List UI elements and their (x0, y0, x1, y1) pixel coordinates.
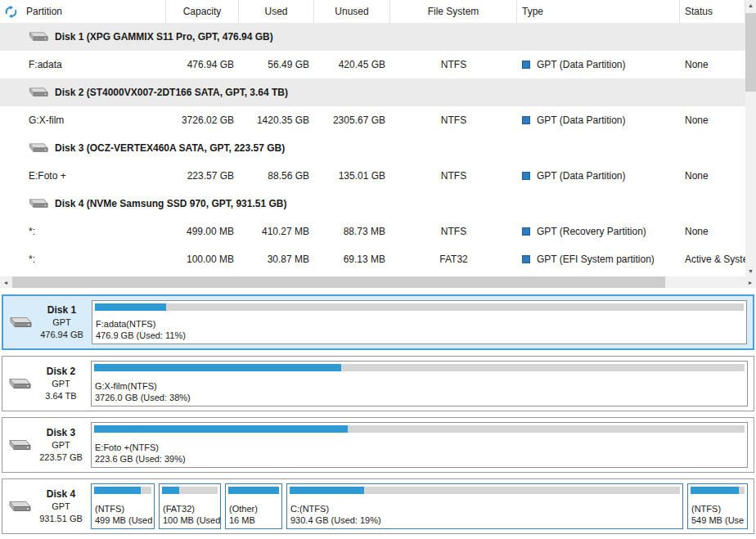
horizontal-scrollbar[interactable]: ◄ ► (0, 276, 756, 288)
column-label: Status (685, 6, 713, 17)
disk-size: 3.64 TB (33, 390, 89, 402)
partition-status: None (680, 106, 745, 134)
partition-type-label: GPT (Recovery Partition) (537, 226, 646, 237)
partition-row[interactable]: G:X-film 3726.02 GB 1420.35 GB 2305.67 G… (0, 106, 745, 134)
partition-block[interactable]: F:adata(NTFS) 476.9 GB (Used: 11%) (92, 300, 747, 344)
partition-capacity: 100.00 MB (166, 245, 239, 273)
partition-blocks: E:Foto +(NTFS) 223.6 GB (Used: 39%) (89, 418, 754, 472)
disk-label: Disk 1 (XPG GAMMIX S11 Pro, GPT, 476.94 … (55, 31, 273, 43)
column-header-unused[interactable]: Unused (314, 0, 390, 23)
partition-unused: 2305.67 GB (314, 106, 390, 134)
partition-block-size: 499 MB (Used (92, 514, 154, 526)
partition-type: GPT (EFI System partition) (517, 245, 680, 273)
horizontal-scrollbar-track[interactable] (11, 276, 745, 288)
partition-block-name: (Other) (226, 503, 281, 514)
disk-row[interactable]: Disk 4 (NVMe Samsung SSD 970, GPT, 931.5… (0, 190, 745, 218)
disk-row[interactable]: Disk 3 (OCZ-VERTEX460A SATA, GPT, 223.57… (0, 134, 745, 162)
scroll-left-arrow-icon[interactable]: ◄ (0, 276, 11, 288)
disk-panel-text: Disk 1 GPT 476.94 GB (34, 304, 90, 341)
partition-block-name: E:Foto +(NTFS) (92, 442, 747, 453)
column-header-partition[interactable]: Partition (0, 0, 166, 23)
partition-block-size: 223.6 GB (Used: 39%) (92, 453, 747, 465)
partition-row[interactable]: E:Foto + 223.57 GB 88.56 GB 135.01 GB NT… (0, 162, 745, 190)
refresh-icon[interactable] (4, 5, 18, 19)
partition-used: 56.49 GB (239, 51, 314, 79)
partition-block[interactable]: C:(NTFS) 930.4 GB (Used: 19%) (286, 483, 683, 529)
usage-bar-fill (95, 303, 166, 311)
disk-name: Disk 1 (34, 304, 90, 317)
partition-block[interactable]: E:Foto +(NTFS) 223.6 GB (Used: 39%) (91, 422, 748, 468)
usage-bar (228, 487, 279, 494)
partition-block-size: 549 MB (Use (688, 514, 747, 526)
column-header-filesystem[interactable]: File System (390, 0, 517, 23)
partition-row[interactable]: F:adata 476.94 GB 56.49 GB 420.45 GB NTF… (0, 51, 745, 79)
disk-panel[interactable]: Disk 4 GPT 931.51 GB (NTFS) 499 MB (Used… (2, 478, 754, 534)
partition-name: E:Foto + (0, 162, 166, 190)
disk-label: Disk 3 (OCZ-VERTEX460A SATA, GPT, 223.57… (55, 142, 285, 154)
partition-name: G:X-film (0, 106, 166, 134)
disk-panel-label: Disk 4 GPT 931.51 GB (2, 479, 89, 533)
table-body: Disk 1 (XPG GAMMIX S11 Pro, GPT, 476.94 … (0, 23, 745, 273)
disk-row[interactable]: Disk 2 (ST4000VX007-2DT166 SATA, GPT, 3.… (0, 79, 745, 106)
column-header-capacity[interactable]: Capacity (166, 0, 239, 23)
partition-block-name: F:adata(NTFS) (92, 318, 746, 330)
disk-panel[interactable]: Disk 3 GPT 223.57 GB E:Foto +(NTFS) 223.… (2, 417, 754, 473)
partition-block[interactable]: (Other) 16 MB (225, 483, 282, 529)
vertical-scrollbar[interactable]: ▲ ▼ (745, 0, 756, 276)
partition-capacity: 476.94 GB (166, 51, 239, 79)
partition-block-size: 16 MB (226, 514, 281, 526)
partition-capacity: 3726.02 GB (166, 106, 239, 134)
disk-panel[interactable]: Disk 2 GPT 3.64 TB G:X-film(NTFS) 3726.0… (2, 356, 754, 411)
partition-capacity: 223.57 GB (166, 162, 239, 190)
disk-panel[interactable]: Disk 1 GPT 476.94 GB F:adata(NTFS) 476.9… (2, 294, 754, 350)
column-header-type[interactable]: Type (517, 0, 680, 23)
usage-bar (94, 425, 745, 433)
partition-type-label: GPT (EFI System partition) (537, 254, 655, 265)
drive-icon (7, 315, 32, 330)
partition-block[interactable]: G:X-film(NTFS) 3726.0 GB (Used: 38%) (91, 361, 748, 406)
partition-block-size: 930.4 GB (Used: 19%) (287, 514, 682, 526)
partition-block[interactable]: (FAT32) 100 MB (Used (159, 483, 221, 529)
disk-size: 223.57 GB (33, 451, 89, 464)
disk-name: Disk 4 (33, 488, 89, 501)
horizontal-scrollbar-thumb[interactable] (12, 276, 665, 288)
partition-filesystem: NTFS (390, 162, 517, 190)
gpt-type-swatch-icon (522, 172, 530, 180)
usage-bar-fill (290, 487, 364, 494)
vertical-scrollbar-thumb[interactable] (745, 13, 756, 92)
partition-capacity: 499.00 MB (166, 218, 239, 245)
column-label: Unused (335, 6, 368, 17)
disk-row[interactable]: Disk 1 (XPG GAMMIX S11 Pro, GPT, 476.94 … (0, 23, 745, 51)
partition-type: GPT (Data Partition) (517, 51, 680, 79)
scroll-down-arrow-icon[interactable]: ▼ (745, 266, 756, 276)
column-label: Used (264, 6, 287, 17)
partition-status: None (680, 162, 745, 190)
partition-status: Active & System (680, 245, 745, 273)
scroll-right-arrow-icon[interactable]: ► (745, 276, 756, 288)
partition-unused: 88.73 MB (314, 218, 390, 245)
usage-bar-fill (162, 487, 179, 494)
partition-block[interactable]: (NTFS) 549 MB (Use (687, 483, 748, 529)
drive-icon (27, 141, 48, 155)
partition-type: GPT (Data Partition) (517, 162, 680, 190)
scroll-up-arrow-icon[interactable]: ▲ (745, 0, 756, 11)
partition-block-size: 3726.0 GB (Used: 38%) (92, 392, 747, 403)
partition-row[interactable]: *: 499.00 MB 410.27 MB 88.73 MB NTFS GPT… (0, 218, 745, 245)
partition-block-name: (NTFS) (92, 503, 154, 514)
partition-table: Partition Capacity Used Unused File Syst… (0, 0, 756, 276)
column-header-used[interactable]: Used (239, 0, 314, 23)
gpt-type-swatch-icon (522, 227, 530, 236)
column-label: Capacity (183, 6, 222, 17)
partition-name: F:adata (0, 51, 166, 79)
column-header-status[interactable]: Status (680, 0, 745, 23)
partition-name: *: (0, 245, 166, 273)
disk-scheme: GPT (33, 378, 89, 390)
partition-block-name: (FAT32) (160, 503, 220, 514)
usage-bar (95, 303, 744, 311)
drive-icon (27, 197, 48, 210)
partition-used: 1420.35 GB (239, 106, 314, 134)
partition-row[interactable]: *: 100.00 MB 30.87 MB 69.13 MB FAT32 GPT… (0, 245, 745, 273)
drive-icon (7, 376, 31, 392)
column-label: File System (428, 6, 479, 17)
partition-block[interactable]: (NTFS) 499 MB (Used (91, 483, 155, 529)
